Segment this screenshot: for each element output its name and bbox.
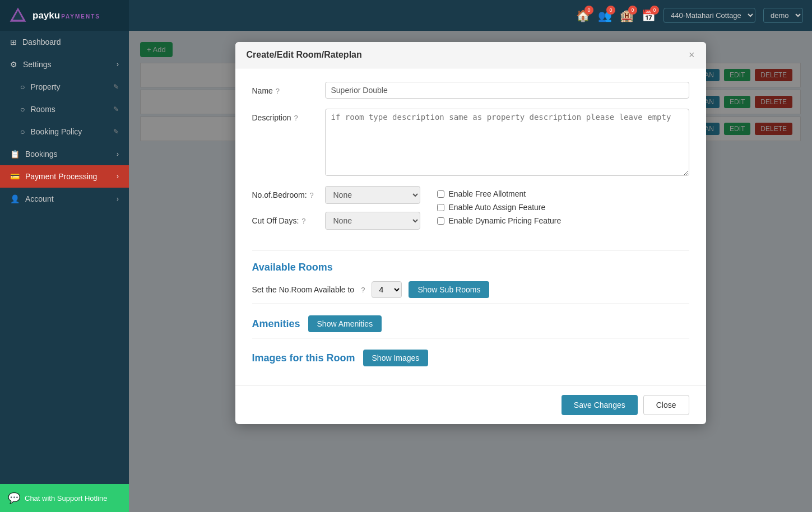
- images-title: Images for this Room: [252, 352, 355, 364]
- show-images-button[interactable]: Show Images: [363, 350, 429, 366]
- chevron-right-icon: ›: [117, 150, 119, 158]
- checkboxes-col: Enable Free Allotment Enable Auto Assign…: [437, 186, 689, 240]
- close-button[interactable]: Close: [643, 395, 689, 415]
- dynamic-pricing-checkbox[interactable]: [437, 217, 444, 225]
- cutoff-help-icon[interactable]: ?: [301, 217, 305, 225]
- modal-header: Create/Edit Room/Rateplan ×: [235, 42, 706, 68]
- dynamic-pricing-label: Enable Dynamic Pricing Feature: [449, 216, 562, 225]
- bookings-icon: 📋: [10, 150, 20, 159]
- badge-4: 0: [650, 6, 659, 15]
- payment-icon: 💳: [10, 172, 20, 181]
- set-rooms-help-icon[interactable]: ?: [361, 286, 365, 294]
- dashboard-icon: ⊞: [10, 38, 17, 46]
- bedroom-label: No.of.Bedroom: ?: [252, 186, 325, 199]
- bedroom-checkboxes-row: No.of.Bedroom: ? None 1 2 3 4 5: [252, 186, 689, 240]
- sidebar-item-property[interactable]: ○ Property ✎: [0, 76, 129, 98]
- description-label: Description ?: [252, 109, 325, 122]
- badge-1: 0: [584, 6, 593, 15]
- modal-body: Name ? Description ? No.of.Bedroom: [235, 68, 706, 385]
- show-amenities-button[interactable]: Show Amenities: [308, 315, 382, 332]
- amenities-section: Amenities Show Amenities: [252, 315, 689, 332]
- chevron-right-icon: ›: [117, 195, 119, 203]
- sidebar-item-label: Rooms: [30, 105, 55, 114]
- free-allotment-label: Enable Free Allotment: [449, 189, 526, 198]
- edit-icon: ✎: [113, 83, 119, 91]
- free-allotment-checkbox[interactable]: [437, 190, 444, 198]
- bedroom-select[interactable]: None 1 2 3 4 5: [325, 186, 420, 204]
- sidebar-item-label: Account: [25, 194, 54, 203]
- sidebar-item-label: Settings: [23, 60, 52, 69]
- sidebar-item-label: Dashboard: [22, 38, 61, 46]
- logo-sub: PAYMENTS: [61, 13, 100, 20]
- cutoff-group: Cut Off Days: ? None 1 2 3 4 5: [252, 212, 420, 230]
- save-changes-button[interactable]: Save Changes: [562, 395, 638, 415]
- divider-3: [252, 338, 689, 338]
- logo-text: payku: [33, 10, 60, 21]
- divider-1: [252, 250, 689, 250]
- notification-bell-4[interactable]: 📅 0: [642, 9, 656, 22]
- cutoff-label: Cut Off Days: ?: [252, 212, 325, 225]
- available-rooms-controls: Set the No.Room Available to ? 1 2 3 4 5…: [252, 281, 689, 298]
- settings-icon: ⚙: [10, 60, 17, 69]
- sidebar-item-dashboard[interactable]: ⊞ Dashboard: [0, 31, 129, 53]
- create-edit-room-modal: Create/Edit Room/Rateplan × Name ? Descr…: [235, 42, 706, 424]
- whatsapp-icon: 💬: [8, 492, 20, 504]
- edit-icon: ✎: [113, 128, 119, 136]
- available-rooms-section: Available Rooms Set the No.Room Availabl…: [252, 262, 689, 298]
- available-rooms-title: Available Rooms: [252, 262, 689, 273]
- circle-icon: ○: [20, 82, 25, 91]
- support-chat-button[interactable]: 💬 Chat with Support Hotline: [0, 484, 129, 512]
- sidebar-item-label: Payment Processing: [25, 172, 97, 181]
- notification-bell-1[interactable]: 🏠 0: [576, 9, 590, 22]
- sidebar-item-payment[interactable]: 💳 Payment Processing ›: [0, 165, 129, 188]
- description-help-icon[interactable]: ?: [294, 114, 298, 122]
- cutoff-select[interactable]: None 1 2 3 4 5: [325, 212, 420, 230]
- support-label: Chat with Support Hotline: [25, 494, 107, 502]
- sidebar-item-label: Booking Policy: [30, 127, 82, 136]
- sidebar-item-label: Property: [30, 82, 60, 91]
- sidebar: payku PAYMENTS ⊞ Dashboard ⚙ Settings › …: [0, 0, 129, 512]
- chevron-right-icon: ›: [117, 173, 119, 180]
- badge-3: 0: [628, 6, 637, 15]
- circle-icon: ○: [20, 127, 25, 136]
- property-selector[interactable]: 440-Matahari Cottage: [663, 8, 755, 23]
- account-icon: 👤: [10, 194, 20, 203]
- show-sub-rooms-button[interactable]: Show Sub Rooms: [409, 281, 489, 298]
- logo-icon: [8, 6, 28, 26]
- sidebar-logo: payku PAYMENTS: [0, 0, 129, 31]
- modal-overlay: Create/Edit Room/Rateplan × Name ? Descr…: [129, 31, 812, 512]
- topbar: 🏠 0 👥 0 🏨 0 📅 0 440-Matahari Cottage dem…: [129, 0, 812, 31]
- set-rooms-label: Set the No.Room Available to: [252, 285, 355, 294]
- sidebar-item-bookings[interactable]: 📋 Bookings ›: [0, 143, 129, 165]
- auto-assign-checkbox-group[interactable]: Enable Auto Assign Feature: [437, 203, 689, 212]
- images-section: Images for this Room Show Images: [252, 350, 689, 366]
- sidebar-item-settings[interactable]: ⚙ Settings ›: [0, 53, 129, 76]
- description-field-group: Description ?: [252, 109, 689, 176]
- modal-title: Create/Edit Room/Rateplan: [247, 50, 362, 60]
- name-label: Name ?: [252, 82, 325, 95]
- name-help-icon[interactable]: ?: [276, 87, 280, 95]
- auto-assign-checkbox[interactable]: [437, 204, 444, 211]
- sidebar-item-account[interactable]: 👤 Account ›: [0, 188, 129, 210]
- sidebar-item-rooms[interactable]: ○ Rooms ✎: [0, 98, 129, 120]
- name-input[interactable]: [325, 82, 689, 99]
- sidebar-item-booking-policy[interactable]: ○ Booking Policy ✎: [0, 120, 129, 143]
- bedroom-group: No.of.Bedroom: ? None 1 2 3 4 5: [252, 186, 420, 204]
- name-field-group: Name ?: [252, 82, 689, 99]
- amenities-title: Amenities: [252, 318, 300, 330]
- user-selector[interactable]: demo: [763, 8, 803, 23]
- badge-2: 0: [606, 6, 615, 15]
- free-allotment-checkbox-group[interactable]: Enable Free Allotment: [437, 189, 689, 198]
- modal-close-button[interactable]: ×: [689, 50, 695, 60]
- dynamic-pricing-checkbox-group[interactable]: Enable Dynamic Pricing Feature: [437, 216, 689, 225]
- auto-assign-label: Enable Auto Assign Feature: [449, 203, 546, 212]
- description-textarea[interactable]: [325, 109, 689, 176]
- divider-2: [252, 304, 689, 304]
- notification-bell-3[interactable]: 🏨 0: [620, 9, 634, 22]
- bedroom-help-icon[interactable]: ?: [310, 191, 314, 199]
- room-count-select[interactable]: 1 2 3 4 5 6 7 8 9 10: [372, 281, 402, 298]
- notification-bell-2[interactable]: 👥 0: [598, 9, 612, 22]
- chevron-right-icon: ›: [117, 60, 119, 68]
- bedroom-col: No.of.Bedroom: ? None 1 2 3 4 5: [252, 186, 420, 240]
- sidebar-item-label: Bookings: [25, 150, 58, 159]
